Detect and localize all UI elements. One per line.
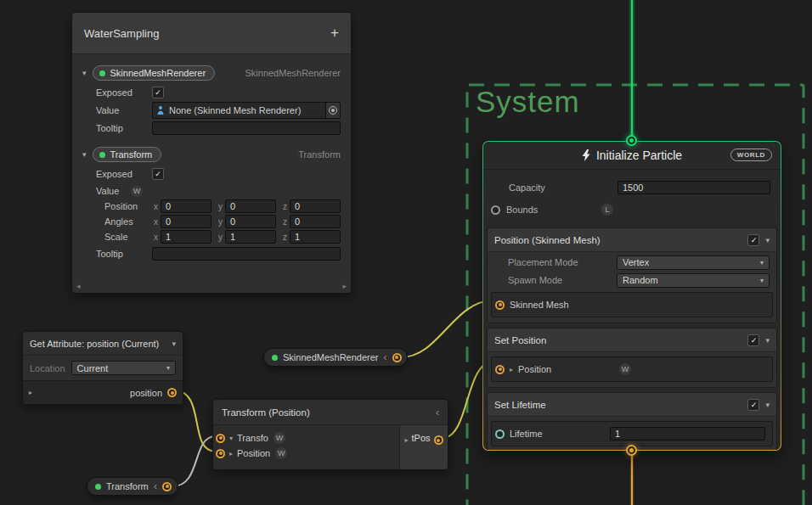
spawn-mode-dropdown[interactable]: Random ▾: [617, 273, 770, 288]
position-input-port[interactable]: [216, 449, 225, 458]
add-property-button[interactable]: +: [330, 25, 339, 42]
world-space-badge[interactable]: W: [274, 446, 288, 460]
location-dropdown[interactable]: Current ▾: [71, 361, 176, 375]
exposed-checkbox[interactable]: ✓: [152, 168, 164, 180]
chevron-down-icon[interactable]: ▾: [765, 401, 770, 409]
chevron-down-icon[interactable]: ▾: [765, 336, 770, 345]
axis-y-label: y: [218, 217, 223, 227]
transform-position-node[interactable]: Transform (Position) ‹ ▾ Transfo W ▸ Pos…: [212, 399, 448, 470]
scale-x-input[interactable]: [161, 230, 211, 244]
expander-down-icon[interactable]: ▾: [229, 435, 233, 442]
tooltip-input[interactable]: [152, 121, 341, 135]
input-label: Transfo: [237, 433, 268, 443]
collapse-icon[interactable]: ‹: [384, 352, 387, 362]
position-input-port[interactable]: [495, 365, 505, 374]
location-label: Location: [30, 363, 65, 373]
local-space-badge[interactable]: L: [601, 203, 614, 216]
position-z-input[interactable]: [290, 199, 341, 213]
world-space-badge[interactable]: W: [618, 362, 632, 376]
scale-y-input[interactable]: [225, 230, 276, 244]
block-enabled-checkbox[interactable]: ✓: [747, 334, 759, 346]
get-attribute-node[interactable]: Get Attribute: position (Current) ▾ Loca…: [22, 331, 183, 405]
collapse-icon[interactable]: ‹: [154, 481, 157, 491]
vector-row-angles: Angles x y z: [104, 215, 341, 228]
exposed-checkbox[interactable]: ✓: [152, 87, 164, 98]
expander-right-icon[interactable]: ▸: [510, 366, 513, 373]
chevron-down-icon[interactable]: ▾: [82, 150, 87, 159]
property-row-transform[interactable]: ▾ Transform Transform: [82, 145, 341, 164]
system-title: System: [476, 85, 580, 119]
object-picker-button[interactable]: [325, 103, 340, 118]
world-space-badge[interactable]: W: [273, 431, 286, 445]
exposed-label: Exposed: [96, 87, 152, 98]
tooltip-field-row: Tooltip: [96, 246, 341, 261]
expander-icon[interactable]: ▸: [29, 389, 32, 396]
angles-y-input[interactable]: [225, 215, 276, 228]
transfo-input-port[interactable]: [216, 434, 225, 443]
position-output-port[interactable]: [167, 388, 177, 397]
angles-x-input[interactable]: [161, 215, 211, 228]
transform-output-port[interactable]: [162, 482, 172, 491]
set-lifetime-block[interactable]: Set Lifetime ✓ ▾ Lifetime: [487, 392, 777, 450]
exposed-field-row: Exposed ✓: [96, 166, 341, 182]
transform-position-header[interactable]: Transform (Position) ‹: [213, 400, 448, 424]
skinnedmeshrenderer-parameter-node[interactable]: SkinnedMeshRenderer ‹: [263, 348, 408, 367]
chevron-down-icon[interactable]: ▾: [765, 236, 770, 244]
chevron-down-icon[interactable]: ▾: [82, 69, 87, 77]
initialize-particle-node[interactable]: Initialize Particle WORLD Capacity Bound…: [482, 141, 781, 451]
block-title: Set Lifetime: [494, 400, 742, 410]
blackboard-panel[interactable]: WaterSampling + ▾ SkinnedMeshRenderer Sk…: [71, 12, 352, 294]
placement-mode-dropdown[interactable]: Vertex ▾: [617, 255, 770, 270]
scroll-left-icon[interactable]: ◂: [76, 282, 81, 290]
skinned-mesh-input-port[interactable]: [495, 300, 505, 310]
exposed-dot-icon: [95, 484, 101, 490]
position-y-input[interactable]: [225, 199, 276, 213]
tpos-output-port[interactable]: [434, 435, 443, 445]
expander-right-icon[interactable]: ▸: [229, 450, 233, 457]
position-x-input[interactable]: [161, 199, 211, 213]
lifetime-input[interactable]: [610, 427, 765, 440]
block-header[interactable]: Set Lifetime ✓ ▾: [488, 393, 776, 417]
initialize-flow-input-port[interactable]: [626, 135, 637, 146]
tooltip-input[interactable]: [152, 247, 341, 261]
expander-right-icon[interactable]: ▸: [404, 436, 408, 444]
value-field-row: Value W: [96, 184, 341, 198]
property-row-skinnedmeshrenderer[interactable]: ▾ SkinnedMeshRenderer SkinnedMeshRendere…: [82, 64, 341, 82]
node-title: Transform (Position): [222, 407, 436, 418]
block-enabled-checkbox[interactable]: ✓: [747, 234, 759, 246]
chevron-down-icon[interactable]: ▾: [172, 339, 176, 348]
lifetime-input-port[interactable]: [495, 429, 505, 439]
vfx-graph-canvas[interactable]: System WaterSampling + ▾ SkinnedMeshRend…: [0, 0, 812, 505]
parameter-label: SkinnedMeshRenderer: [283, 352, 379, 362]
block-enabled-checkbox[interactable]: ✓: [747, 399, 759, 411]
axis-z-label: z: [283, 233, 287, 242]
scale-z-input[interactable]: [290, 230, 341, 244]
axis-y-label: y: [218, 233, 223, 242]
block-header[interactable]: Position (Skinned Mesh) ✓ ▾: [488, 228, 776, 252]
world-space-badge[interactable]: W: [130, 184, 144, 198]
position-input-row: ▸ Position W: [216, 446, 399, 460]
initialize-flow-output-port[interactable]: [626, 445, 637, 456]
capacity-input[interactable]: [617, 181, 770, 194]
transform-position-body: ▾ Transfo W ▸ Position W ▸ tPos: [213, 424, 448, 469]
get-attribute-header[interactable]: Get Attribute: position (Current) ▾: [23, 332, 183, 355]
transform-parameter-node[interactable]: Transform ‹: [87, 477, 178, 496]
smr-output-port[interactable]: [392, 353, 402, 362]
object-field[interactable]: None (Skinned Mesh Renderer): [152, 102, 341, 119]
value-label: Value: [96, 105, 152, 115]
output-column: ▸ tPos: [399, 425, 448, 469]
value-field-row: Value None (Skinned Mesh Renderer): [96, 103, 341, 118]
horizontal-scrollbar[interactable]: ◂ ▸: [72, 281, 351, 291]
wire-transform-to-transfo: [172, 436, 216, 486]
scroll-right-icon[interactable]: ▸: [342, 282, 347, 290]
dropdown-arrow-icon: ▾: [166, 364, 170, 372]
value-label: Value: [96, 186, 130, 196]
block-header[interactable]: Set Position ✓ ▾: [488, 328, 776, 352]
position-skinned-mesh-block[interactable]: Position (Skinned Mesh) ✓ ▾ Placement Mo…: [487, 227, 777, 323]
property-pill-transform[interactable]: Transform: [93, 147, 162, 162]
collapse-icon[interactable]: ‹: [436, 407, 439, 418]
set-position-block[interactable]: Set Position ✓ ▾ ▸ Position W: [487, 328, 777, 388]
angles-z-input[interactable]: [290, 215, 341, 228]
bounds-port[interactable]: [491, 205, 500, 215]
property-pill-skinnedmeshrenderer[interactable]: SkinnedMeshRenderer: [93, 65, 216, 81]
